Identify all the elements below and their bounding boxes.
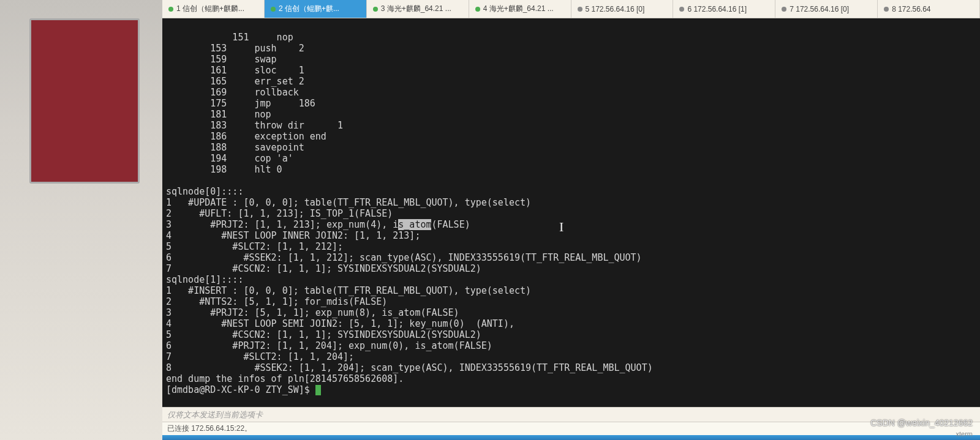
- main-window: 1 信创（鲲鹏+麒麟...2 信创（鲲鹏+麒...3 海光+麒麟_64.21 .…: [162, 0, 980, 440]
- tab-3[interactable]: 3 海光+麒麟_64.21 ...: [367, 0, 469, 18]
- tab-label: 3 海光+麒麟_64.21 ...: [381, 4, 451, 14]
- tab-7[interactable]: 7 172.56.64.16 [0]: [775, 0, 878, 18]
- photo-panel: [29, 18, 140, 184]
- status-bar: 已连接 172.56.64.15:22。: [162, 422, 980, 435]
- xterm-label: xterm: [956, 430, 973, 438]
- status-dot-icon: [578, 7, 582, 12]
- tab-label: 7 172.56.64.16 [0]: [790, 5, 849, 13]
- tab-6[interactable]: 6 172.56.64.16 [1]: [673, 0, 775, 18]
- status-dot-icon: [271, 7, 276, 12]
- tab-label: 5 172.56.64.16 [0]: [586, 5, 645, 13]
- tab-4[interactable]: 4 海光+麒麟_64.21 ...: [469, 0, 571, 18]
- status-dot-icon: [373, 7, 378, 12]
- taskbar[interactable]: [162, 435, 980, 440]
- tab-label: 4 海光+麒麟_64.21 ...: [483, 4, 554, 14]
- text-caret-icon: I: [559, 222, 564, 233]
- send-input-placeholder: 仅将文本发送到当前选项卡: [167, 409, 263, 420]
- shell-prompt: [dmdba@RD-XC-KP-0 ZTY_SW]$: [166, 384, 315, 395]
- status-dot-icon: [782, 7, 786, 12]
- tab-label: 6 172.56.64.16 [1]: [687, 5, 747, 13]
- tab-label: 2 信创（鲲鹏+麒...: [279, 4, 339, 14]
- connection-status: 已连接 172.56.64.15:22。: [167, 423, 252, 434]
- status-dot-icon: [475, 7, 480, 12]
- status-dot-icon: [679, 7, 684, 12]
- status-dot-icon: [884, 7, 889, 12]
- photo-margin: [0, 0, 162, 440]
- terminal-cursor: [315, 385, 321, 395]
- tab-8[interactable]: 8 172.56.64: [878, 0, 980, 18]
- tab-5[interactable]: 5 172.56.64.16 [0]: [571, 0, 674, 18]
- tab-label: 8 172.56.64: [892, 5, 930, 13]
- send-input-bar[interactable]: 仅将文本发送到当前选项卡: [162, 407, 980, 422]
- watermark: CSDN @weixin_40212662: [870, 418, 973, 428]
- tab-2[interactable]: 2 信创（鲲鹏+麒...: [265, 0, 367, 18]
- tab-bar: 1 信创（鲲鹏+麒麟...2 信创（鲲鹏+麒...3 海光+麒麟_64.21 .…: [162, 0, 980, 18]
- tab-1[interactable]: 1 信创（鲲鹏+麒麟...: [162, 0, 265, 18]
- tab-label: 1 信创（鲲鹏+麒麟...: [176, 4, 244, 14]
- terminal[interactable]: 151 nop 153 push 2 159 swap 161 sloc 1 1…: [162, 18, 980, 407]
- status-dot-icon: [168, 7, 173, 12]
